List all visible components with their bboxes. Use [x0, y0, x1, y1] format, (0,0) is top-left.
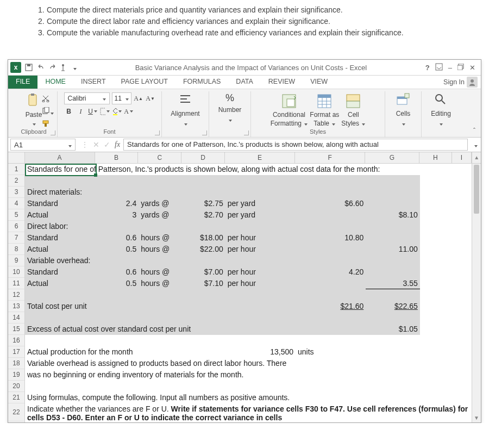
row-18[interactable]: 18 — [8, 358, 24, 369]
format-as-table-button[interactable]: Format as Table — [310, 94, 339, 127]
decrease-font-icon[interactable]: A▼ — [146, 94, 155, 103]
row-19[interactable]: 19 — [8, 369, 24, 381]
increase-font-icon[interactable]: A▲ — [134, 94, 143, 103]
collapse-ribbon-icon[interactable]: ˆ — [473, 127, 475, 135]
col-C[interactable]: C — [138, 152, 181, 163]
cell-B11[interactable]: 0.5 — [96, 278, 139, 289]
redo-icon[interactable] — [48, 63, 57, 72]
italic-button[interactable]: I — [76, 107, 86, 116]
fill-color-button[interactable] — [112, 107, 122, 116]
tab-file[interactable]: FILE — [8, 76, 37, 89]
row-6[interactable]: 6 — [8, 221, 24, 232]
close-button[interactable]: ✕ — [469, 64, 475, 72]
font-name-select[interactable]: Calibri — [64, 92, 110, 104]
cell-E11[interactable]: per hour — [225, 278, 296, 289]
cell-A4[interactable]: Standard — [25, 198, 96, 209]
cell-D11[interactable]: $7.10 — [182, 278, 225, 289]
cell-D10[interactable]: $7.00 — [182, 266, 225, 278]
excel-app-icon[interactable]: x — [10, 62, 21, 73]
cell-C8[interactable]: hours @ — [139, 244, 182, 255]
cell-F7[interactable]: 10.80 — [296, 232, 366, 244]
row-15[interactable]: 15 — [8, 323, 24, 335]
touch-mode-icon[interactable] — [60, 63, 69, 72]
save-icon[interactable] — [24, 63, 33, 72]
enter-formula-icon[interactable]: ✓ — [104, 140, 110, 149]
tab-view[interactable]: VIEW — [303, 76, 335, 89]
cell-A1[interactable]: Standards for one of Patterson, Inc.'s p… — [25, 164, 472, 175]
cell-F10[interactable]: 4.20 — [296, 266, 366, 278]
cell-E7[interactable]: per hour — [225, 232, 296, 244]
cell-A6[interactable]: Direct labor: — [25, 221, 139, 232]
cell-B5[interactable]: 3 — [96, 209, 139, 221]
borders-button[interactable] — [100, 107, 110, 116]
cell-C7[interactable]: hours @ — [139, 232, 182, 244]
cell-G15[interactable]: $1.05 — [366, 323, 420, 335]
help-icon[interactable]: ? — [425, 64, 430, 72]
paste-button[interactable]: Paste — [26, 92, 42, 127]
scroll-down-arrow[interactable]: ▼ — [474, 414, 479, 422]
tab-formulas[interactable]: FORMULAS — [175, 76, 228, 89]
cell-E5[interactable]: per yard — [225, 209, 296, 221]
cell-G8[interactable]: 11.00 — [366, 244, 420, 255]
cell-F13[interactable]: $21.60 — [296, 301, 366, 312]
row-3[interactable]: 3 — [8, 186, 24, 198]
tab-home[interactable]: HOME — [37, 76, 73, 89]
cell-A5[interactable]: Actual — [25, 209, 96, 221]
conditional-formatting-button[interactable]: Conditional Formatting — [271, 94, 308, 127]
row-11[interactable]: 11 — [8, 278, 24, 289]
cell-F17[interactable]: units — [296, 346, 366, 358]
tab-review[interactable]: REVIEW — [261, 76, 303, 89]
col-H[interactable]: H — [419, 152, 452, 163]
number-dialog-launcher[interactable] — [244, 130, 249, 135]
font-size-select[interactable]: 11 — [112, 92, 131, 104]
cell-E10[interactable]: per hour — [225, 266, 296, 278]
row-1[interactable]: 1 — [8, 164, 24, 175]
cancel-formula-icon[interactable]: ✕ — [93, 140, 99, 149]
alignment-button[interactable]: Alignment — [171, 92, 199, 128]
underline-button[interactable]: U — [88, 107, 98, 116]
row-22[interactable]: 22 — [8, 403, 24, 421]
formula-input[interactable]: Standards for one of Patterson, Inc.'s p… — [123, 139, 468, 151]
scroll-up-arrow[interactable]: ▲ — [472, 152, 481, 163]
restore-button[interactable] — [457, 64, 464, 72]
clipboard-dialog-launcher[interactable] — [51, 130, 55, 135]
cell-C5[interactable]: yards @ — [139, 209, 182, 221]
cell-D8[interactable]: $22.00 — [182, 244, 225, 255]
cell-styles-button[interactable]: Cell Styles — [341, 94, 365, 127]
col-F[interactable]: F — [295, 152, 365, 163]
vertical-scrollbar[interactable]: ▼ — [472, 164, 481, 422]
row-20[interactable]: 20 — [8, 381, 24, 392]
col-D[interactable]: D — [181, 152, 225, 163]
cell-B4[interactable]: 2.4 — [96, 198, 139, 209]
format-painter-icon[interactable] — [42, 120, 54, 129]
tab-insert[interactable]: INSERT — [73, 76, 114, 89]
tab-data[interactable]: DATA — [228, 76, 260, 89]
cell-F4[interactable]: $6.60 — [296, 198, 366, 209]
row-7[interactable]: 7 — [8, 232, 24, 244]
cell-A9[interactable]: Variable overhead: — [25, 255, 139, 266]
minimize-button[interactable]: – — [448, 64, 452, 72]
select-all-corner[interactable] — [8, 152, 25, 163]
scrollbar-thumb[interactable] — [474, 165, 479, 214]
col-G[interactable]: G — [365, 152, 419, 163]
cut-icon[interactable] — [42, 95, 54, 104]
cell-D7[interactable]: $18.00 — [182, 232, 225, 244]
row-13[interactable]: 13 — [8, 301, 24, 312]
signin-link[interactable]: Sign In — [440, 76, 481, 89]
row-4[interactable]: 4 — [8, 198, 24, 209]
cell-A18[interactable]: Variable overhead is assigned to product… — [25, 358, 472, 369]
cell-D4[interactable]: $2.75 — [182, 198, 225, 209]
qat-customize-dropdown[interactable] — [72, 63, 77, 72]
cell-G13[interactable]: $22.65 — [366, 301, 420, 312]
expand-formula-bar[interactable] — [470, 140, 481, 149]
cell-A13[interactable]: Total cost per unit — [25, 301, 182, 312]
cell-G5[interactable]: $8.10 — [366, 209, 420, 221]
cell-E8[interactable]: per hour — [225, 244, 296, 255]
col-A[interactable]: A — [25, 152, 95, 163]
cell-A19[interactable]: was no beginning or ending inventory of … — [25, 369, 472, 381]
row-17[interactable]: 17 — [8, 346, 24, 358]
col-E[interactable]: E — [225, 152, 295, 163]
copy-icon[interactable] — [42, 107, 54, 116]
cell-A3[interactable]: Direct materials: — [25, 186, 139, 198]
cell-B10[interactable]: 0.6 — [96, 266, 139, 278]
